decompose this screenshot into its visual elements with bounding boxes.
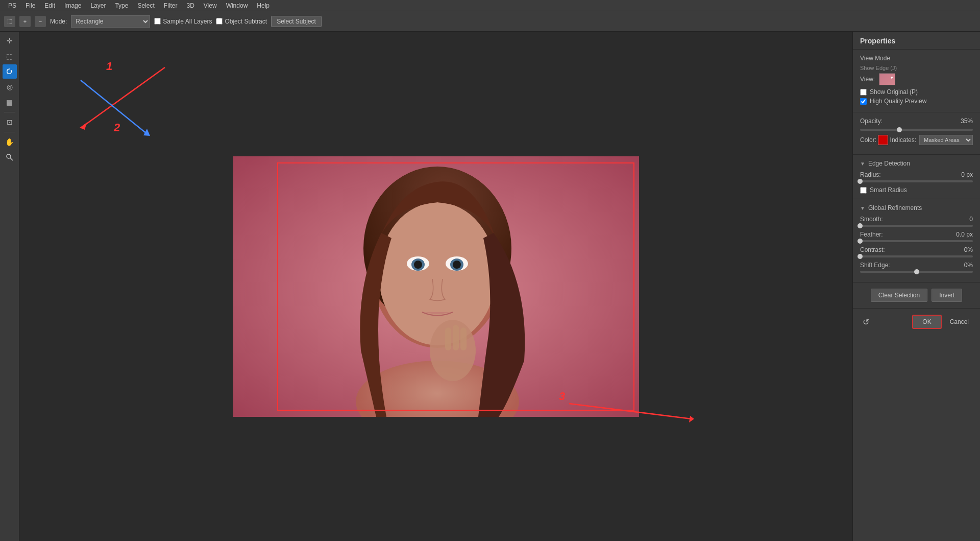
menu-view[interactable]: View xyxy=(200,1,221,10)
radius-label: Radius: xyxy=(860,171,881,178)
invert-button[interactable]: Invert xyxy=(932,289,962,302)
color-row: Color: Indicates: Masked Areas Selected … xyxy=(860,135,973,145)
radius-value: 0 px xyxy=(961,171,973,178)
svg-point-6 xyxy=(379,202,496,345)
svg-marker-22 xyxy=(143,129,150,136)
canvas-area[interactable]: 1 2 xyxy=(19,32,852,541)
sample-all-layers-checkbox[interactable] xyxy=(154,18,161,25)
ok-button[interactable]: OK xyxy=(912,315,941,329)
feather-slider-thumb[interactable] xyxy=(857,239,863,244)
shift-edge-label: Shift Edge: xyxy=(860,262,890,269)
add-selection-icon[interactable]: + xyxy=(19,16,31,27)
show-original-row: Show Original (P) xyxy=(860,88,973,96)
menu-type[interactable]: Type xyxy=(111,1,132,10)
subtract-selection-icon[interactable]: − xyxy=(35,16,46,27)
radius-row: Radius: 0 px xyxy=(860,171,973,178)
hq-preview-checkbox[interactable] xyxy=(860,98,867,105)
opacity-slider-track[interactable] xyxy=(860,129,973,131)
portrait-svg xyxy=(233,156,639,417)
edge-detection-label: Edge Detection xyxy=(868,160,910,167)
zoom-tool-button[interactable] xyxy=(3,150,17,164)
menu-image[interactable]: Image xyxy=(60,1,85,10)
crop-tool-button[interactable]: ⊡ xyxy=(3,115,17,129)
image-container xyxy=(233,156,639,417)
menu-ps[interactable]: PS xyxy=(4,1,20,10)
opacity-slider-thumb[interactable] xyxy=(897,127,902,132)
menu-help[interactable]: Help xyxy=(253,1,274,10)
radius-slider-thumb[interactable] xyxy=(857,179,863,184)
global-refinements-arrow: ▼ xyxy=(860,205,865,211)
clear-selection-button[interactable]: Clear Selection xyxy=(871,289,927,302)
global-refinements-label: Global Refinements xyxy=(868,204,922,211)
contrast-slider-thumb[interactable] xyxy=(857,254,863,259)
left-toolbar: ✛ ⬚ ◎ ▦ ⊡ ✋ xyxy=(0,32,19,541)
object-subtract-label[interactable]: Object Subtract xyxy=(216,18,267,25)
shift-edge-value: 0% xyxy=(964,262,973,269)
radius-slider-track[interactable] xyxy=(860,180,973,182)
show-edge-row: Show Edge (J) xyxy=(860,65,973,71)
shift-edge-slider-thumb[interactable] xyxy=(914,269,919,274)
shift-edge-slider-track[interactable] xyxy=(860,271,973,273)
show-edge-label: Show Edge (J) xyxy=(860,65,897,71)
object-subtract-checkbox[interactable] xyxy=(216,18,223,25)
view-thumbnail[interactable] xyxy=(879,73,895,85)
opacity-value: 35% xyxy=(961,117,973,125)
feather-slider-track[interactable] xyxy=(860,240,973,242)
svg-rect-15 xyxy=(453,325,459,350)
menu-file[interactable]: File xyxy=(21,1,39,10)
marquee-tool-button[interactable]: ⬚ xyxy=(3,49,17,63)
bottom-buttons: Clear Selection Invert xyxy=(853,283,980,309)
menu-window[interactable]: Window xyxy=(222,1,252,10)
hq-preview-row: High Quality Preview xyxy=(860,98,973,105)
global-refinements-section: ▼ Global Refinements Smooth: 0 Feather: … xyxy=(853,199,980,283)
indicates-label: Indicates: xyxy=(890,136,916,144)
smooth-slider-thumb[interactable] xyxy=(857,223,863,228)
annotation-2: 2 xyxy=(114,121,120,134)
menu-layer[interactable]: Layer xyxy=(86,1,110,10)
cancel-button[interactable]: Cancel xyxy=(946,316,973,328)
mode-select[interactable]: Rectangle Add to Selection Subtract from… xyxy=(71,15,150,28)
menu-edit[interactable]: Edit xyxy=(40,1,59,10)
menu-3d[interactable]: 3D xyxy=(182,1,198,10)
menu-filter[interactable]: Filter xyxy=(160,1,182,10)
overlay-section: Opacity: 35% Color: Indicates: Masked Ar… xyxy=(853,112,980,155)
view-field-label: View: xyxy=(860,76,875,83)
panel-title: Properties xyxy=(853,32,980,50)
show-original-checkbox[interactable] xyxy=(860,89,867,96)
contrast-value: 0% xyxy=(964,246,973,253)
tool-separator-2 xyxy=(4,132,15,132)
smart-radius-checkbox[interactable] xyxy=(860,187,867,194)
contrast-slider-track[interactable] xyxy=(860,255,973,257)
hq-preview-label: High Quality Preview xyxy=(870,98,926,105)
move-tool-button[interactable]: ✛ xyxy=(3,34,17,48)
undo-button[interactable]: ↺ xyxy=(860,316,871,327)
indicates-select[interactable]: Masked Areas Selected Areas xyxy=(919,135,973,145)
opacity-label: Opacity: xyxy=(860,117,883,125)
color-swatch[interactable] xyxy=(878,135,888,145)
smooth-row: Smooth: 0 xyxy=(860,216,973,223)
feather-value: 0.0 px xyxy=(956,231,973,238)
show-original-label: Show Original (P) xyxy=(870,88,918,96)
svg-point-12 xyxy=(453,261,461,269)
svg-point-11 xyxy=(414,261,422,269)
opacity-row: Opacity: 35% xyxy=(860,117,973,125)
quick-selection-button[interactable]: ◎ xyxy=(3,80,17,94)
menu-select[interactable]: Select xyxy=(133,1,158,10)
options-bar: ⬚ + − Mode: Rectangle Add to Selection S… xyxy=(0,11,980,32)
lasso-icon xyxy=(6,67,14,76)
color-label: Color: xyxy=(860,136,876,144)
svg-rect-16 xyxy=(460,327,467,350)
view-mode-section: View Mode Show Edge (J) View: Show Origi… xyxy=(853,50,980,112)
new-marquee-icon[interactable]: ⬚ xyxy=(4,16,15,27)
global-refinements-header[interactable]: ▼ Global Refinements xyxy=(860,204,973,211)
feather-row: Feather: 0.0 px xyxy=(860,231,973,238)
object-select-button[interactable]: ▦ xyxy=(3,95,17,109)
edge-detection-header[interactable]: ▼ Edge Detection xyxy=(860,160,973,167)
lasso-tool-button[interactable] xyxy=(3,64,17,79)
svg-line-1 xyxy=(10,158,13,160)
hand-tool-button[interactable]: ✋ xyxy=(3,135,17,149)
smooth-slider-track[interactable] xyxy=(860,225,973,227)
sample-all-layers-label[interactable]: Sample All Layers xyxy=(154,18,212,25)
select-subject-button[interactable]: Select Subject xyxy=(271,16,322,27)
smart-radius-row: Smart Radius xyxy=(860,186,973,194)
